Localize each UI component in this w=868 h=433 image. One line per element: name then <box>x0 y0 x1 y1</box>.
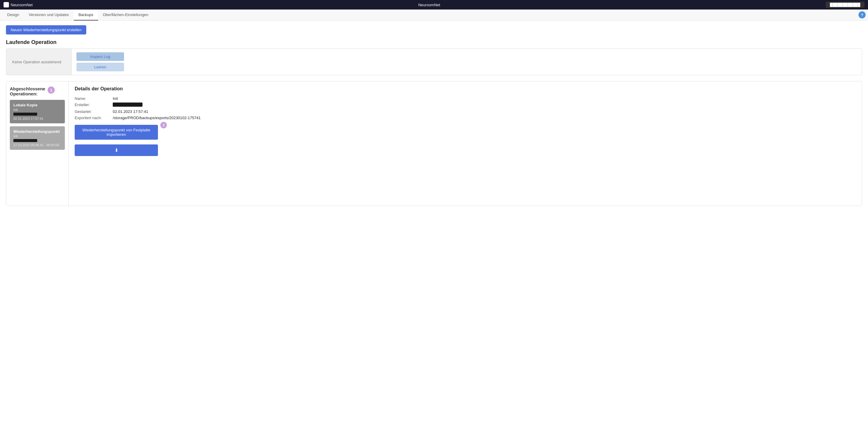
tab-backups[interactable]: Backups <box>74 9 98 21</box>
completed-ops-badge: 1 <box>48 87 55 94</box>
details-pane: Details der Operation Name: Init Erstell… <box>69 81 862 206</box>
inspect-log-button[interactable]: Inspect Log <box>76 52 124 61</box>
op-item-1-subtitle: Init <box>13 108 61 111</box>
topbar-logo-text: NeuroomNet <box>11 3 33 7</box>
ersteller-value <box>113 103 856 108</box>
operation-actions: Inspect Log Leeren <box>72 49 129 75</box>
op-item-1-date: 02.01.2023 17:57:41 <box>13 117 61 120</box>
annotation-badge-3: 3 <box>160 122 167 128</box>
exportiert-value: /storage/PROD/backups/exports/20230102-1… <box>113 115 856 120</box>
completed-ops-title: AbgeschlosseneOperationen: 1 <box>10 86 65 96</box>
import-button-wrapper: Wiederherstellungspunkt von Festplatte i… <box>75 125 158 142</box>
details-title: Details der Operation <box>75 86 856 92</box>
import-button[interactable]: Wiederherstellungspunkt von Festplatte i… <box>75 125 158 140</box>
topbar-right-button[interactable]: ████████████ <box>826 2 864 8</box>
ersteller-label: Ersteller: <box>75 103 111 108</box>
tab-design[interactable]: Design <box>2 9 24 21</box>
op-item-2-redacted <box>13 139 37 142</box>
op-item-1-redacted <box>13 113 37 115</box>
topbar-logo: NeuroomNet <box>4 2 33 7</box>
exportiert-label: Exportiert nach: <box>75 115 111 120</box>
download-button-wrapper: ⬇ <box>75 144 158 156</box>
name-value: Init <box>113 96 856 101</box>
gestartet-value: 02.01.2023 17:57:41 <box>113 109 856 114</box>
op-item-2-title: Wiederherstellungspunkt <box>13 129 61 134</box>
topbar: NeuroomNet NeuroomNet ████████████ <box>0 0 868 9</box>
details-grid: Name: Init Ersteller: Gestartet: 02.01.2… <box>75 96 856 120</box>
create-restore-point-button[interactable]: Neuen Wiederherstellungspunkt erstellen <box>6 25 86 34</box>
help-icon[interactable]: ? <box>859 11 866 19</box>
op-item-2-date: 17.10.2022 09:46:42 - 09:50:59 <box>13 143 61 147</box>
op-item-wiederherstellungspunkt[interactable]: Wiederherstellungspunkt Init 17.10.2022 … <box>10 126 65 150</box>
logo-icon <box>4 2 9 7</box>
running-operation-title: Laufende Operation <box>6 39 862 45</box>
completed-ops-label: AbgeschlosseneOperationen: <box>10 86 45 96</box>
op-item-lokale-kopie[interactable]: Lokale Kopie Init 02.01.2023 17:57:41 <box>10 100 65 123</box>
topbar-center-title: NeuroomNet <box>418 3 440 7</box>
op-item-1-title: Lokale Kopie <box>13 103 61 107</box>
lower-section: AbgeschlosseneOperationen: 1 Lokale Kopi… <box>6 81 862 206</box>
leeren-button[interactable]: Leeren <box>76 63 124 71</box>
download-icon: ⬇ <box>115 148 118 153</box>
name-label: Name: <box>75 96 111 101</box>
gestartet-label: Gestartet: <box>75 109 111 114</box>
no-operation-text: Keine Operation ausstehend <box>6 49 72 75</box>
nav-tabs: Design Versionen und Updates Backups Obe… <box>0 9 868 21</box>
op-item-2-subtitle: Init <box>13 134 61 138</box>
page-content: Neuen Wiederherstellungspunkt erstellen … <box>0 21 868 211</box>
running-operation-panel: Keine Operation ausstehend Inspect Log L… <box>6 48 862 75</box>
completed-operations-panel: AbgeschlosseneOperationen: 1 Lokale Kopi… <box>6 81 69 206</box>
ersteller-redacted <box>113 103 143 107</box>
tab-versionen[interactable]: Versionen und Updates <box>24 9 73 21</box>
download-button[interactable]: ⬇ <box>75 144 158 156</box>
tab-oberflaechen[interactable]: Oberflächen-Einstellungen <box>98 9 153 21</box>
